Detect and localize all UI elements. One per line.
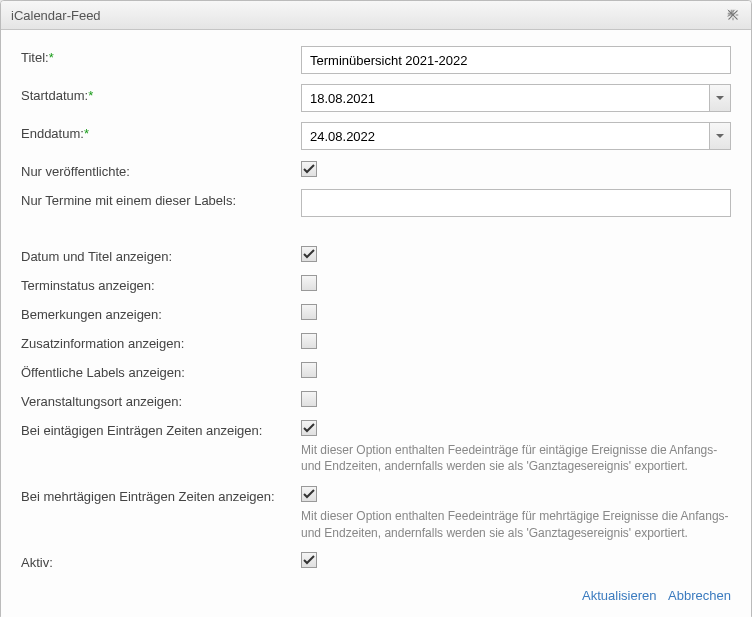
show-extra-label: Zusatzinformation anzeigen:: [21, 332, 301, 351]
startdate-dropdown-button[interactable]: [709, 84, 731, 112]
show-status-checkbox[interactable]: [301, 275, 317, 291]
multi-day-times-checkbox[interactable]: [301, 486, 317, 502]
startdate-input[interactable]: [301, 84, 709, 112]
dialog-body: Titel:* Startdatum:* Enddatum:* Nu: [1, 30, 751, 617]
dialog-footer: Aktualisieren Abbrechen: [21, 580, 731, 609]
show-remarks-checkbox[interactable]: [301, 304, 317, 320]
show-venue-checkbox[interactable]: [301, 391, 317, 407]
show-date-title-checkbox[interactable]: [301, 246, 317, 262]
chevron-down-icon: [716, 132, 724, 140]
enddate-combo[interactable]: [301, 122, 731, 150]
startdate-label: Startdatum:*: [21, 84, 301, 103]
active-checkbox[interactable]: [301, 552, 317, 568]
icalendar-dialog: iCalendar-Feed Titel:* Startdatum:* Endd…: [0, 0, 752, 617]
show-extra-checkbox[interactable]: [301, 333, 317, 349]
update-button[interactable]: Aktualisieren: [582, 588, 656, 603]
multi-day-times-label: Bei mehrtägigen Einträgen Zeiten anzeige…: [21, 485, 301, 504]
published-only-label: Nur veröffentlichte:: [21, 160, 301, 179]
check-icon: [303, 163, 315, 175]
show-status-label: Terminstatus anzeigen:: [21, 274, 301, 293]
labels-filter-label: Nur Termine mit einem dieser Labels:: [21, 189, 301, 208]
title-label: Titel:*: [21, 46, 301, 65]
active-label: Aktiv:: [21, 551, 301, 570]
show-remarks-label: Bemerkungen anzeigen:: [21, 303, 301, 322]
enddate-dropdown-button[interactable]: [709, 122, 731, 150]
check-icon: [303, 422, 315, 434]
check-icon: [303, 554, 315, 566]
single-day-times-checkbox[interactable]: [301, 420, 317, 436]
check-icon: [303, 488, 315, 500]
labels-filter-input[interactable]: [301, 189, 731, 217]
multi-day-times-help: Mit dieser Option enthalten Feedeinträge…: [301, 508, 731, 542]
show-public-labels-checkbox[interactable]: [301, 362, 317, 378]
single-day-times-help: Mit dieser Option enthalten Feedeinträge…: [301, 442, 731, 476]
dialog-title: iCalendar-Feed: [11, 8, 101, 23]
show-venue-label: Veranstaltungsort anzeigen:: [21, 390, 301, 409]
titlebar: iCalendar-Feed: [1, 1, 751, 30]
chevron-down-icon: [716, 94, 724, 102]
close-icon[interactable]: [725, 7, 741, 23]
show-public-labels-label: Öffentliche Labels anzeigen:: [21, 361, 301, 380]
startdate-combo[interactable]: [301, 84, 731, 112]
show-date-title-label: Datum und Titel anzeigen:: [21, 245, 301, 264]
single-day-times-label: Bei eintägigen Einträgen Zeiten anzeigen…: [21, 419, 301, 438]
enddate-label: Enddatum:*: [21, 122, 301, 141]
cancel-button[interactable]: Abbrechen: [668, 588, 731, 603]
published-only-checkbox[interactable]: [301, 161, 317, 177]
enddate-input[interactable]: [301, 122, 709, 150]
title-input[interactable]: [301, 46, 731, 74]
check-icon: [303, 248, 315, 260]
